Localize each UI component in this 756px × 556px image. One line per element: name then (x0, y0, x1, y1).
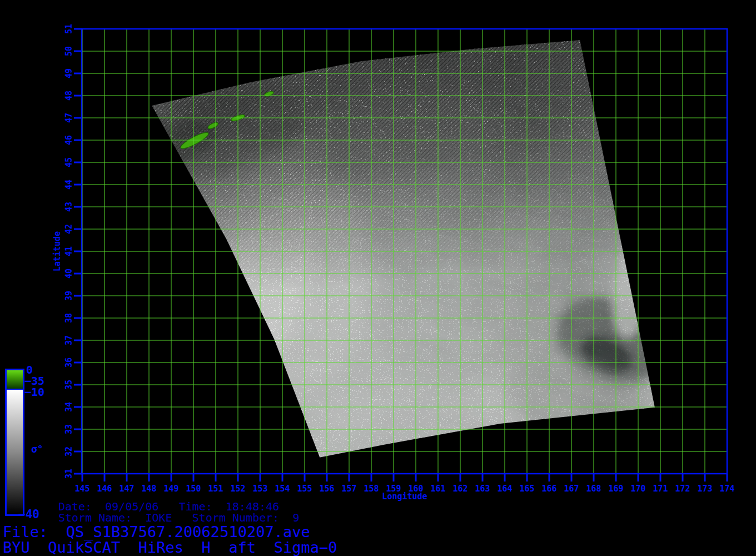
svg-text:169: 169 (608, 484, 623, 494)
svg-text:153: 153 (252, 484, 267, 494)
x-axis-title: Longitude (382, 492, 427, 502)
colorbar-label-ocean-max: −10 (24, 385, 44, 399)
svg-text:150: 150 (186, 484, 201, 494)
screen: 1451461471481491501511521531541551561571… (0, 0, 756, 556)
svg-text:157: 157 (341, 484, 356, 494)
svg-text:166: 166 (541, 484, 556, 494)
svg-text:38: 38 (64, 313, 74, 323)
svg-text:163: 163 (475, 484, 490, 494)
date-time-text: Date: 09/05/06 Time: 18:48:46 (58, 501, 279, 512)
swath-image (0, 0, 756, 556)
svg-text:149: 149 (163, 484, 178, 494)
svg-text:44: 44 (64, 180, 74, 190)
svg-text:164: 164 (497, 484, 512, 494)
svg-text:50: 50 (64, 46, 74, 56)
svg-text:48: 48 (64, 91, 74, 101)
colorbar-ocean-gradient (7, 390, 23, 514)
svg-text:45: 45 (64, 157, 74, 167)
svg-text:171: 171 (653, 484, 668, 494)
svg-text:47: 47 (64, 113, 74, 123)
svg-text:145: 145 (74, 484, 89, 494)
y-axis-ticks (74, 29, 82, 474)
svg-text:173: 173 (697, 484, 712, 494)
svg-text:37: 37 (64, 335, 74, 345)
x-axis-ticks (82, 474, 727, 481)
svg-text:46: 46 (64, 135, 74, 145)
svg-text:43: 43 (64, 202, 74, 212)
svg-text:174: 174 (719, 484, 734, 494)
svg-text:40: 40 (64, 269, 74, 279)
svg-text:162: 162 (452, 484, 467, 494)
svg-text:32: 32 (64, 446, 74, 456)
svg-text:156: 156 (319, 484, 334, 494)
svg-text:148: 148 (141, 484, 156, 494)
svg-text:41: 41 (64, 246, 74, 256)
y-axis-labels: 3132333435363738394041424344454647484950… (64, 24, 74, 479)
svg-text:31: 31 (64, 469, 74, 479)
colorbar-label-ocean-min: −40 (18, 508, 39, 521)
svg-text:49: 49 (64, 68, 74, 78)
svg-text:51: 51 (64, 24, 74, 34)
svg-text:35: 35 (64, 380, 74, 390)
svg-text:33: 33 (64, 424, 74, 434)
colorbar (5, 369, 24, 516)
svg-text:36: 36 (64, 358, 74, 368)
svg-text:154: 154 (275, 484, 290, 494)
colorbar-unit-label: σ° (31, 443, 43, 455)
sigma0-swath-plot: 1451461471481491501511521531541551561571… (0, 0, 756, 556)
svg-text:167: 167 (564, 484, 579, 494)
file-name-text: File: QS_S1B37567.20062510207.ave (3, 524, 310, 539)
grid-lines (82, 29, 727, 474)
svg-text:152: 152 (230, 484, 245, 494)
svg-text:168: 168 (586, 484, 601, 494)
product-title-text: BYU QuikSCAT HiRes H aft Sigma−0 (3, 540, 337, 555)
svg-text:34: 34 (64, 402, 74, 412)
svg-text:161: 161 (430, 484, 445, 494)
svg-text:151: 151 (208, 484, 223, 494)
svg-text:147: 147 (119, 484, 134, 494)
svg-text:170: 170 (630, 484, 645, 494)
colorbar-land-gradient (7, 370, 23, 389)
svg-text:172: 172 (675, 484, 690, 494)
svg-text:39: 39 (64, 291, 74, 301)
y-axis-title: Latitude (52, 231, 62, 271)
svg-text:158: 158 (364, 484, 379, 494)
svg-text:42: 42 (64, 224, 74, 234)
svg-text:155: 155 (297, 484, 312, 494)
storm-info-text: Storm Name: IOKE Storm Number: 9 (58, 512, 299, 523)
svg-text:165: 165 (519, 484, 534, 494)
svg-text:146: 146 (97, 484, 112, 494)
